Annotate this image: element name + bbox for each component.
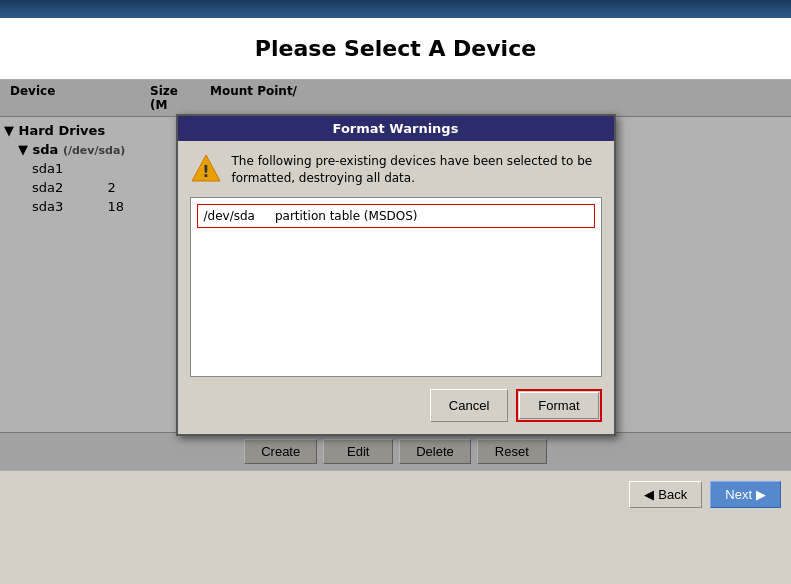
next-arrow-icon: ▶ — [756, 487, 766, 502]
modal-dialog: Format Warnings ! The following pre-exis… — [176, 114, 616, 436]
modal-titlebar: Format Warnings — [178, 116, 614, 141]
svg-text:!: ! — [202, 162, 209, 181]
main-content: Device Size(M Mount Point/ ▼ Hard Drives… — [0, 80, 791, 470]
cancel-button[interactable]: Cancel — [430, 389, 508, 422]
modal-body: ! The following pre-existing devices hav… — [178, 141, 614, 434]
back-button[interactable]: ◀ Back — [629, 481, 702, 508]
title-area: Please Select A Device — [0, 18, 791, 80]
modal-warning-text: The following pre-existing devices have … — [232, 153, 602, 187]
modal-device-list: /dev/sda partition table (MSDOS) — [190, 197, 602, 377]
back-label: Back — [658, 487, 687, 502]
next-button[interactable]: Next ▶ — [710, 481, 781, 508]
back-arrow-icon: ◀ — [644, 487, 654, 502]
warning-icon: ! — [190, 153, 222, 185]
top-banner — [0, 0, 791, 18]
format-button-wrapper: Format — [516, 389, 601, 422]
next-label: Next — [725, 487, 752, 502]
footer: ◀ Back Next ▶ — [0, 470, 791, 518]
modal-overlay: Format Warnings ! The following pre-exis… — [0, 80, 791, 470]
device-name: /dev/sda — [204, 209, 255, 223]
modal-title: Format Warnings — [333, 121, 459, 136]
device-description: partition table (MSDOS) — [275, 209, 418, 223]
modal-warning-row: ! The following pre-existing devices hav… — [190, 153, 602, 187]
format-button[interactable]: Format — [519, 392, 598, 419]
modal-list-item: /dev/sda partition table (MSDOS) — [197, 204, 595, 228]
modal-buttons: Cancel Format — [190, 389, 602, 422]
page-title: Please Select A Device — [10, 36, 781, 61]
